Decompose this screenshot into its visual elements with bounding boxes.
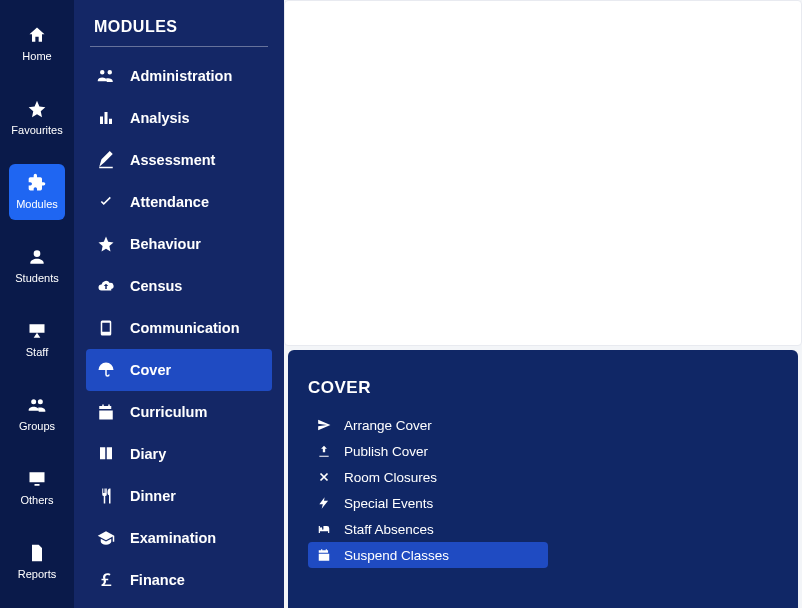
rail-item-staff[interactable]: Staff (0, 304, 74, 378)
module-label: Census (130, 278, 182, 294)
submenu-label: Arrange Cover (344, 418, 432, 433)
rail-item-home[interactable]: Home (0, 8, 74, 82)
module-label: Diary (130, 446, 166, 462)
rail-label: Home (22, 50, 51, 62)
module-label: Communication (130, 320, 240, 336)
bars-icon (96, 108, 116, 128)
modules-list: Administration Analysis Assessment Atten… (86, 55, 272, 601)
submenu-label: Special Events (344, 496, 433, 511)
submenu-label: Staff Absences (344, 522, 434, 537)
submenu-staff-absences[interactable]: Staff Absences (308, 516, 548, 542)
submenu-label: Publish Cover (344, 444, 428, 459)
module-census[interactable]: Census (86, 265, 272, 307)
phone-icon (96, 318, 116, 338)
rail-label: Others (20, 494, 53, 506)
grad-icon (96, 528, 116, 548)
pound-icon (96, 570, 116, 590)
users-icon (26, 394, 48, 416)
cloud-up-icon (96, 276, 116, 296)
module-curriculum[interactable]: Curriculum (86, 391, 272, 433)
rail-item-reports[interactable]: Reports (0, 526, 74, 600)
star-icon (96, 234, 116, 254)
umbrella-icon (96, 360, 116, 380)
document-icon (26, 542, 48, 564)
rail-item-modules[interactable]: Modules (0, 156, 74, 230)
check-icon (96, 192, 116, 212)
rail-label: Modules (16, 198, 58, 210)
rail-item-groups[interactable]: Groups (0, 378, 74, 452)
module-label: Examination (130, 530, 216, 546)
module-behaviour[interactable]: Behaviour (86, 223, 272, 265)
submenu-label: Suspend Classes (344, 548, 449, 563)
module-label: Behaviour (130, 236, 201, 252)
module-label: Assessment (130, 152, 215, 168)
submenu-title: COVER (308, 378, 778, 398)
module-communication[interactable]: Communication (86, 307, 272, 349)
module-label: Finance (130, 572, 185, 588)
puzzle-icon (26, 172, 48, 194)
rail-item-favourites[interactable]: Favourites (0, 82, 74, 156)
submenu-arrange-cover[interactable]: Arrange Cover (308, 412, 548, 438)
user-icon (26, 246, 48, 268)
rail-label: Students (15, 272, 58, 284)
module-examination[interactable]: Examination (86, 517, 272, 559)
home-icon (26, 24, 48, 46)
rail-label: Groups (19, 420, 55, 432)
submenu-label: Room Closures (344, 470, 437, 485)
module-attendance[interactable]: Attendance (86, 181, 272, 223)
module-label: Cover (130, 362, 171, 378)
pencil-icon (96, 150, 116, 170)
flash-icon (316, 495, 332, 511)
module-label: Administration (130, 68, 232, 84)
board-icon (26, 320, 48, 342)
module-label: Analysis (130, 110, 190, 126)
send-icon (316, 417, 332, 433)
module-analysis[interactable]: Analysis (86, 97, 272, 139)
submenu-list: Arrange Cover Publish Cover Room Closure… (308, 412, 548, 568)
module-cover[interactable]: Cover (86, 349, 272, 391)
upload-icon (316, 443, 332, 459)
module-administration[interactable]: Administration (86, 55, 272, 97)
rail-label: Favourites (11, 124, 62, 136)
module-finance[interactable]: Finance (86, 559, 272, 601)
submenu-special-events[interactable]: Special Events (308, 490, 548, 516)
cover-submenu-panel: COVER Arrange Cover Publish Cover Room C… (288, 350, 798, 608)
module-dinner[interactable]: Dinner (86, 475, 272, 517)
content-area: COVER Arrange Cover Publish Cover Room C… (284, 0, 802, 608)
divider (90, 46, 268, 47)
cutlery-icon (96, 486, 116, 506)
people-icon (96, 66, 116, 86)
module-assessment[interactable]: Assessment (86, 139, 272, 181)
calendar-icon (316, 547, 332, 563)
monitor-icon (26, 468, 48, 490)
modules-title: MODULES (86, 18, 272, 46)
modules-panel: MODULES Administration Analysis Assessme… (74, 0, 284, 608)
rail-label: Reports (18, 568, 57, 580)
submenu-publish-cover[interactable]: Publish Cover (308, 438, 548, 464)
module-label: Attendance (130, 194, 209, 210)
book-icon (96, 444, 116, 464)
content-placeholder (284, 0, 802, 346)
module-diary[interactable]: Diary (86, 433, 272, 475)
submenu-suspend-classes[interactable]: Suspend Classes (308, 542, 548, 568)
rail-item-students[interactable]: Students (0, 230, 74, 304)
star-icon (26, 98, 48, 120)
close-icon (316, 469, 332, 485)
left-rail: Home Favourites Modules Students Staff G… (0, 0, 74, 608)
bed-icon (316, 521, 332, 537)
submenu-room-closures[interactable]: Room Closures (308, 464, 548, 490)
module-label: Dinner (130, 488, 176, 504)
rail-label: Staff (26, 346, 48, 358)
calendar-icon (96, 402, 116, 422)
rail-item-others[interactable]: Others (0, 452, 74, 526)
module-label: Curriculum (130, 404, 207, 420)
